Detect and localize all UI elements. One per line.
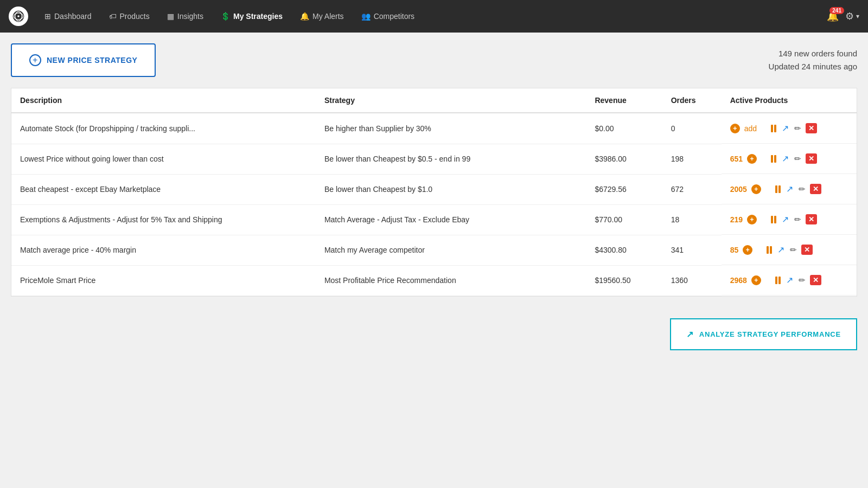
edit-icon: ✏ (790, 245, 797, 255)
competitors-icon: 👥 (361, 12, 371, 21)
cell-revenue: $19560.50 (586, 265, 662, 296)
delete-button[interactable]: ✕ (806, 214, 817, 224)
notification-button[interactable]: 🔔 241 (827, 10, 839, 22)
add-products-badge[interactable]: + (747, 215, 757, 224)
nav-item-competitors[interactable]: 👥 Competitors (354, 8, 422, 25)
nav-item-insights[interactable]: ▦ Insights (159, 8, 211, 25)
cell-active-products: 85+↗✏✕ (722, 235, 857, 265)
delete-button[interactable]: ✕ (806, 123, 817, 133)
navbar: ⊞ Dashboard 🏷 Products ▦ Insights 💲 My S… (0, 0, 868, 33)
delete-icon: ✕ (808, 155, 814, 163)
add-products-badge[interactable]: + (751, 275, 761, 285)
active-products-cell: 651+ (730, 154, 757, 164)
analyze-strategy-button[interactable]: ↗ ANALYZE STRATEGY PERFORMANCE (670, 318, 857, 350)
table-row: Exemptions & Adjustments - Adjust for 5%… (11, 204, 857, 235)
trend-button[interactable]: ↗ (781, 213, 790, 226)
active-count: 219 (730, 215, 743, 224)
trend-icon: ↗ (782, 214, 789, 224)
delete-icon: ✕ (813, 276, 819, 284)
cell-description: Lowest Price without going lower than co… (11, 144, 316, 174)
col-header-description: Description (11, 88, 316, 113)
pause-button[interactable] (770, 124, 777, 133)
analyze-trend-icon: ↗ (686, 329, 694, 339)
nav-item-products[interactable]: 🏷 Products (101, 8, 157, 25)
edit-button[interactable]: ✏ (797, 274, 807, 286)
notification-badge: 241 (829, 7, 844, 14)
add-icon: + (730, 124, 740, 133)
cell-description: Exemptions & Adjustments - Adjust for 5%… (11, 204, 316, 235)
cell-revenue: $770.00 (586, 204, 662, 235)
col-header-orders: Orders (662, 88, 722, 113)
cell-strategy: Be lower than Cheapest by $1.0 (316, 174, 586, 204)
nav-item-dashboard[interactable]: ⊞ Dashboard (37, 8, 99, 25)
add-products-badge[interactable]: + (751, 184, 761, 194)
nav-item-my-alerts[interactable]: 🔔 My Alerts (292, 8, 352, 25)
main-content: + NEW PRICE STRATEGY 149 new orders foun… (0, 33, 868, 361)
trend-button[interactable]: ↗ (781, 152, 790, 165)
active-products-cell: +add (730, 124, 757, 133)
delete-icon: ✕ (804, 246, 810, 254)
table-row: Match average price - 40% marginMatch my… (11, 235, 857, 265)
pause-button[interactable] (770, 154, 777, 164)
active-count: 85 (730, 246, 739, 254)
pause-icon (771, 125, 776, 132)
cell-strategy: Be higher than Supplier by 30% (316, 113, 586, 144)
trend-icon: ↗ (782, 123, 789, 133)
edit-icon: ✏ (794, 215, 801, 224)
add-products-badge[interactable]: + (743, 245, 752, 255)
pause-button[interactable] (770, 215, 777, 224)
cell-active-products: 2005+↗✏✕ (722, 174, 857, 204)
delete-icon: ✕ (813, 185, 819, 193)
delete-button[interactable]: ✕ (806, 153, 817, 164)
trend-button[interactable]: ↗ (781, 122, 790, 134)
cell-strategy: Match Average - Adjust Tax - Exclude Eba… (316, 204, 586, 235)
orders-updated: Updated 24 minutes ago (769, 60, 857, 73)
analyze-row: ↗ ANALYZE STRATEGY PERFORMANCE (11, 318, 857, 350)
edit-button[interactable]: ✏ (789, 244, 798, 256)
edit-button[interactable]: ✏ (793, 123, 802, 134)
pause-icon (771, 155, 776, 163)
pause-button[interactable] (765, 245, 773, 255)
edit-icon: ✏ (799, 184, 806, 194)
cell-description: Beat cheapest - except Ebay Marketplace (11, 174, 316, 204)
products-icon: 🏷 (109, 12, 117, 21)
delete-button[interactable]: ✕ (810, 184, 821, 194)
new-price-strategy-button[interactable]: + NEW PRICE STRATEGY (11, 43, 156, 77)
actions-cell: ↗✏✕ (770, 122, 817, 134)
add-products-badge[interactable]: + (747, 154, 757, 164)
trend-button[interactable]: ↗ (785, 183, 794, 195)
orders-count: 149 new orders found (769, 47, 857, 60)
settings-chevron: ▾ (856, 12, 859, 20)
cell-strategy: Be lower than Cheapest by $0.5 - end in … (316, 144, 586, 174)
delete-button[interactable]: ✕ (801, 245, 813, 255)
cell-orders: 1360 (662, 265, 722, 296)
edit-button[interactable]: ✏ (793, 214, 802, 226)
add-label[interactable]: add (744, 124, 757, 133)
nav-right: 🔔 241 ⚙ ▾ (827, 10, 859, 22)
edit-button[interactable]: ✏ (797, 183, 807, 195)
orders-info: 149 new orders found Updated 24 minutes … (769, 47, 857, 73)
table-row: Lowest Price without going lower than co… (11, 144, 857, 174)
gear-icon: ⚙ (845, 10, 854, 22)
active-products-cell: 2005+ (730, 184, 761, 194)
trend-button[interactable]: ↗ (785, 274, 794, 286)
svg-point-3 (17, 15, 20, 17)
pause-button[interactable] (774, 275, 782, 285)
cell-description: Automate Stock (for Dropshipping / track… (11, 113, 316, 144)
cell-active-products: 2968+↗✏✕ (722, 265, 857, 296)
actions-cell: ↗✏✕ (765, 243, 813, 256)
nav-item-my-strategies[interactable]: 💲 My Strategies (213, 8, 290, 25)
delete-button[interactable]: ✕ (810, 275, 821, 285)
pause-icon (771, 216, 776, 223)
actions-cell: ↗✏✕ (774, 183, 821, 195)
cell-revenue: $3986.00 (586, 144, 662, 174)
pause-button[interactable] (774, 184, 782, 194)
cell-orders: 18 (662, 204, 722, 235)
delete-icon: ✕ (808, 124, 814, 132)
settings-button[interactable]: ⚙ ▾ (845, 10, 859, 22)
edit-button[interactable]: ✏ (793, 153, 802, 165)
col-header-revenue: Revenue (586, 88, 662, 113)
trend-button[interactable]: ↗ (776, 243, 786, 256)
col-header-active-products: Active Products (722, 88, 857, 113)
delete-icon: ✕ (808, 215, 814, 223)
